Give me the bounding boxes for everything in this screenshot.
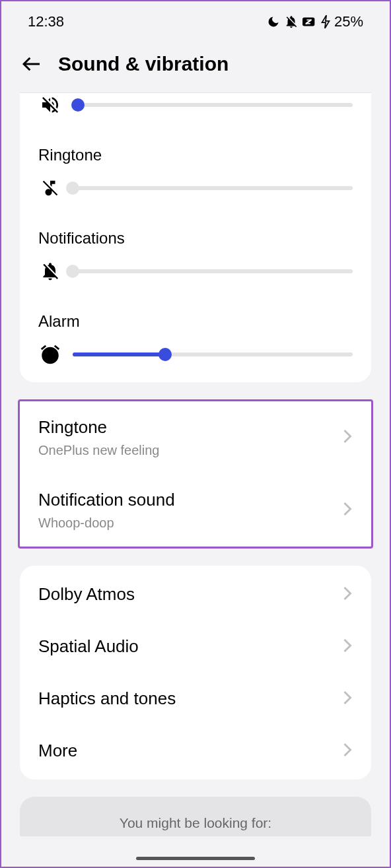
dolby-atmos-title: Dolby Atmos	[38, 584, 342, 605]
battery-percent: 25%	[334, 13, 363, 30]
chevron-right-icon	[342, 742, 353, 760]
alarm-clock-icon	[38, 343, 62, 366]
ringtone-slider-label: Ringtone	[38, 146, 353, 164]
ringtone-slider-section: Ringtone	[20, 146, 371, 213]
more-option[interactable]: More	[20, 725, 371, 777]
status-bar: 12:38 25%	[1, 1, 390, 37]
battery-saver-icon	[302, 16, 317, 28]
ringtone-option-title: Ringtone	[38, 417, 342, 438]
spatial-audio-option[interactable]: Spatial Audio	[20, 620, 371, 673]
notification-sound-subtitle: Whoop-doop	[38, 516, 342, 531]
spatial-audio-title: Spatial Audio	[38, 636, 342, 657]
notifications-slider-section: Notifications	[20, 229, 371, 296]
audio-options-card: Dolby Atmos Spatial Audio Haptics and to…	[20, 566, 371, 780]
more-title: More	[38, 741, 342, 761]
ringtone-option[interactable]: Ringtone OnePlus new feeling	[20, 401, 371, 474]
notification-sound-option[interactable]: Notification sound Whoop-doop	[20, 474, 371, 547]
ringtone-volume-slider[interactable]	[73, 186, 353, 190]
footer-suggestion: You might be looking for:	[20, 797, 371, 836]
bell-off-slider-icon	[38, 259, 62, 283]
alarm-slider-section: Alarm	[20, 312, 371, 380]
ringtone-option-subtitle: OnePlus new feeling	[38, 443, 342, 458]
haptics-title: Haptics and tones	[38, 688, 342, 709]
chevron-right-icon	[342, 638, 353, 656]
volume-sliders-card: Ringtone Notifications Alarm	[20, 92, 371, 382]
media-volume-slider[interactable]	[73, 103, 353, 107]
status-time: 12:38	[28, 13, 64, 30]
sound-selection-card: Ringtone OnePlus new feeling Notificatio…	[18, 399, 373, 549]
music-off-icon	[38, 176, 62, 200]
bell-off-icon	[284, 15, 299, 29]
back-arrow-icon[interactable]	[21, 53, 42, 75]
dolby-atmos-option[interactable]: Dolby Atmos	[20, 568, 371, 620]
chevron-right-icon	[342, 585, 353, 604]
header: Sound & vibration	[1, 37, 390, 92]
status-icons: 25%	[267, 13, 363, 30]
chevron-right-icon	[342, 501, 353, 519]
alarm-volume-slider[interactable]	[73, 352, 353, 356]
chevron-right-icon	[342, 690, 353, 708]
page-title: Sound & vibration	[58, 53, 229, 75]
footer-text: You might be looking for:	[120, 815, 271, 830]
charging-icon	[321, 15, 330, 29]
notifications-volume-slider[interactable]	[73, 269, 353, 273]
moon-icon	[267, 15, 280, 28]
media-slider-section	[20, 92, 371, 130]
chevron-right-icon	[342, 428, 353, 447]
haptics-option[interactable]: Haptics and tones	[20, 673, 371, 725]
alarm-slider-label: Alarm	[38, 312, 353, 331]
notification-sound-title: Notification sound	[38, 490, 342, 510]
notifications-slider-label: Notifications	[38, 229, 353, 248]
volume-mute-icon	[38, 93, 62, 117]
home-indicator[interactable]	[136, 857, 255, 860]
